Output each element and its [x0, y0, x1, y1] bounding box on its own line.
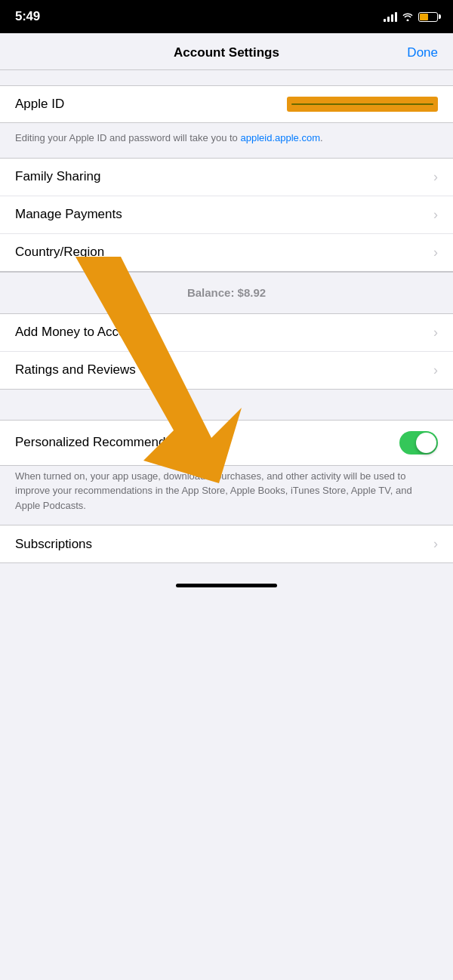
chevron-icon: › — [433, 245, 438, 260]
country-region-item[interactable]: Country/Region › — [0, 234, 453, 271]
apple-id-info: Editing your Apple ID and password will … — [0, 123, 453, 158]
top-spacer — [0, 70, 453, 85]
ratings-reviews-item[interactable]: Ratings and Reviews › — [0, 352, 453, 389]
manage-payments-item[interactable]: Manage Payments › — [0, 196, 453, 234]
balance-text: Balance: $8.92 — [187, 286, 266, 299]
status-icons — [384, 11, 438, 22]
chevron-icon: › — [433, 169, 438, 185]
middle-spacer — [0, 390, 453, 405]
apple-id-link[interactable]: appleid.apple.com — [240, 132, 320, 143]
nav-header: Account Settings Done — [0, 33, 453, 70]
country-region-label: Country/Region — [15, 245, 104, 260]
add-money-label: Add Money to Account — [15, 325, 143, 340]
money-list-section: Add Money to Account › Ratings and Revie… — [0, 314, 453, 390]
status-bar: 5:49 — [0, 0, 453, 33]
chevron-icon: › — [433, 536, 438, 552]
status-time: 5:49 — [15, 9, 40, 24]
subscriptions-section: Subscriptions › — [0, 525, 453, 563]
page-title: Account Settings — [174, 45, 279, 60]
done-button[interactable]: Done — [407, 45, 438, 60]
subscriptions-item[interactable]: Subscriptions › — [0, 525, 453, 562]
main-list-section: Family Sharing › Manage Payments › Count… — [0, 158, 453, 272]
signal-icon — [384, 11, 397, 22]
recommendations-label: Personalized Recommendations — [15, 435, 200, 450]
chevron-icon: › — [433, 207, 438, 223]
family-sharing-label: Family Sharing — [15, 169, 100, 184]
chevron-icon: › — [433, 362, 438, 378]
home-indicator — [176, 584, 277, 587]
apple-id-row[interactable]: Apple ID — [0, 85, 453, 123]
balance-section: Balance: $8.92 — [0, 272, 453, 314]
manage-payments-label: Manage Payments — [15, 207, 122, 222]
apple-id-value — [287, 97, 438, 112]
battery-icon — [418, 12, 438, 22]
chevron-icon: › — [433, 325, 438, 341]
family-sharing-item[interactable]: Family Sharing › — [0, 159, 453, 196]
wifi-icon — [402, 12, 414, 21]
page-wrapper: 5:49 Account Settings Done Apple I — [0, 0, 453, 593]
ratings-reviews-label: Ratings and Reviews — [15, 362, 136, 378]
home-area — [0, 563, 453, 593]
recommendations-toggle[interactable] — [399, 431, 438, 455]
recommendations-row: Personalized Recommendations — [0, 421, 453, 465]
subscriptions-label: Subscriptions — [15, 537, 92, 552]
recommendations-description: When turned on, your app usage, download… — [0, 466, 453, 525]
apple-id-label: Apple ID — [15, 97, 64, 112]
add-money-item[interactable]: Add Money to Account › — [0, 314, 453, 352]
recommendations-section: Personalized Recommendations — [0, 420, 453, 466]
